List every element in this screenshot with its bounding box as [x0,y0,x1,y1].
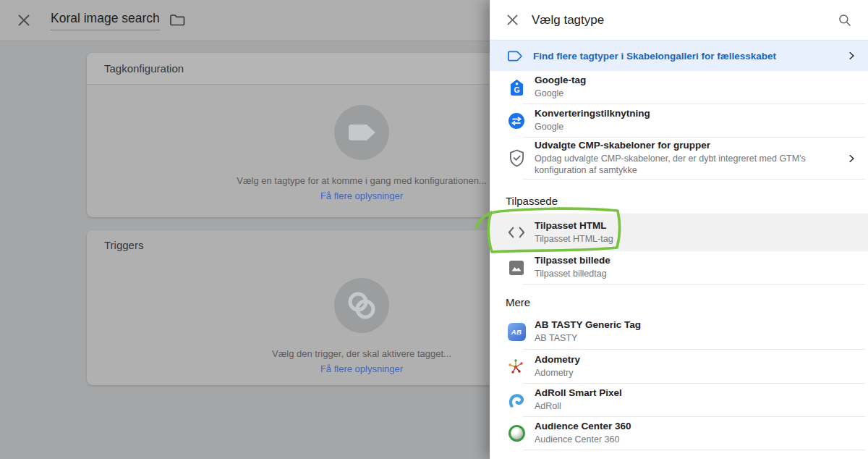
abtasty-icon: AB [508,323,526,341]
adroll-icon [507,392,526,408]
chevron-right-icon [843,51,856,61]
tag-type-cmp-templates[interactable]: Udvalgte CMP-skabeloner for grupper Opda… [490,138,868,179]
item-subtitle: Tilpasset HTML-tag [535,233,856,245]
template-gallery-banner[interactable]: Find flere tagtyper i Skabelongalleri fo… [490,41,868,71]
item-subtitle: Tilpasset billedtag [535,268,856,279]
section-header-custom: Tilpassede [490,180,868,214]
item-subtitle: Audience Center 360 [535,434,856,445]
svg-text:G: G [514,85,519,93]
tag-icon [347,124,376,141]
item-subtitle: AB TASTY [535,332,856,344]
item-subtitle: Adometry [535,367,856,379]
tag-config-learn-more-link[interactable]: Få flere oplysninger [320,190,403,201]
tag-type-custom-image[interactable]: Tilpasset billede Tilpasset billedtag [490,251,868,284]
chevron-right-icon [843,153,856,164]
search-button[interactable] [836,12,854,29]
triggers-empty-text: Vælg den trigger, der skal aktivere tagg… [272,348,451,359]
tag-type-adometry[interactable]: Adometry Adometry [490,350,868,383]
panel-header: Vælg tagtype [490,0,868,41]
shield-check-icon [507,149,526,167]
item-subtitle: Opdag udvalgte CMP-skabeloner, der er dy… [535,153,824,177]
tag-outline-icon [506,50,524,62]
tag-type-google-tag[interactable]: G Google-tag Google [490,71,868,104]
tag-config-empty-text: Vælg en tagtype for at komme i gang med … [237,175,486,186]
item-title: Google-tag [535,75,856,87]
item-subtitle: Google [535,88,856,99]
close-icon [17,14,30,27]
item-subtitle: Google [535,121,856,132]
search-icon [838,13,852,28]
section-header-more: Mere [490,285,868,315]
google-tag-icon: G [507,79,526,96]
tag-type-conversion-linker[interactable]: Konverteringstilknytning Google [490,104,868,137]
conversion-linker-icon [507,112,526,130]
item-subtitle: AdRoll [535,400,856,412]
tag-type-custom-html[interactable]: Tilpasset HTML Tilpasset HTML-tag [490,214,868,251]
tag-type-audience-center[interactable]: Audience Center 360 Audience Center 360 [490,417,868,450]
item-title: AB TASTY Generic Tag [535,319,856,332]
audience-360-icon [509,425,525,442]
tag-name-field[interactable]: Koral image search [51,11,160,30]
item-title: Tilpasset billede [535,255,856,267]
panel-title: Vælg tagtype [532,13,836,28]
close-panel-button[interactable] [504,12,520,28]
item-title: AdRoll Smart Pixel [535,387,856,400]
trigger-icon [346,290,377,321]
triggers-learn-more-link[interactable]: Få flere oplysninger [320,363,403,374]
banner-label: Find flere tagtyper i Skabelongalleri fo… [533,51,843,62]
tag-placeholder-circle [334,105,389,160]
item-title: Adometry [535,354,856,366]
item-title: Tilpasset HTML [535,220,856,232]
item-title: Konverteringstilknytning [535,108,856,120]
item-title: Audience Center 360 [535,421,856,433]
gtm-tag-editor: Koral image search Tagkonfiguration Vælg… [0,0,868,459]
folder-icon[interactable] [169,14,185,27]
item-title: Udvalgte CMP-skabeloner for grupper [535,140,843,152]
tag-type-adroll[interactable]: AdRoll Smart Pixel AdRoll [490,384,868,416]
adometry-icon [507,357,526,376]
choose-tag-type-panel: Vælg tagtype Find flere tagtyper i Skabe… [490,0,868,459]
close-editor-button[interactable] [16,12,32,28]
image-icon [507,260,526,276]
code-icon [507,226,526,239]
tag-type-awin[interactable]: AWIN-konvertering [490,450,868,459]
close-icon [506,14,519,26]
tag-type-abtasty[interactable]: AB AB TASTY Generic Tag AB TASTY [490,315,868,349]
trigger-placeholder-circle [334,278,389,333]
